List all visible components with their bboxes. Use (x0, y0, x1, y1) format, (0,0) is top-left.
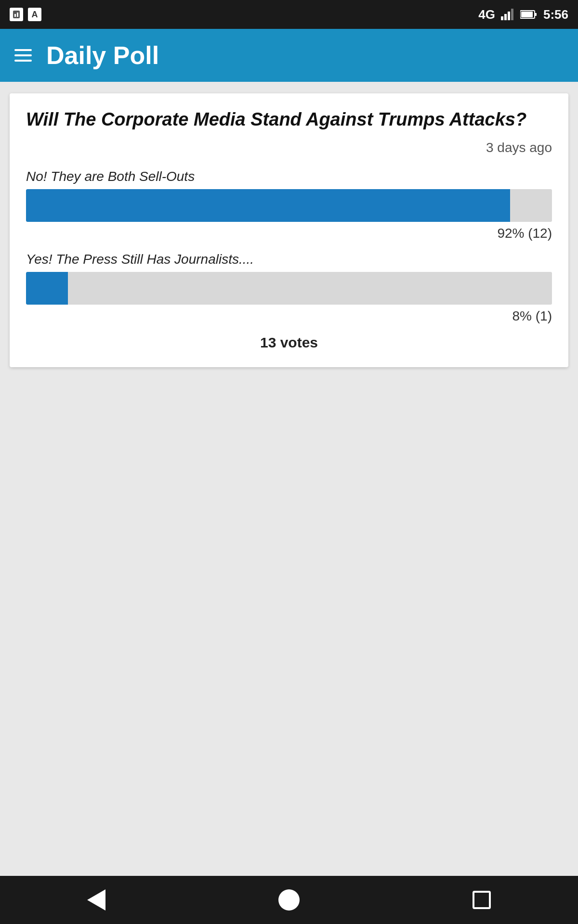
svg-rect-3 (501, 16, 503, 20)
home-button[interactable] (275, 886, 303, 914)
a-icon: A (28, 8, 41, 21)
option-1-bar-fill (26, 189, 510, 222)
status-bar-left: A (10, 8, 41, 21)
svg-rect-8 (535, 13, 537, 16)
content-area: Will The Corporate Media Stand Against T… (0, 82, 578, 876)
option-1-percent: 92% (12) (26, 226, 552, 241)
total-votes: 13 votes (26, 334, 552, 351)
time-display: 5:56 (543, 7, 568, 22)
back-button[interactable] (82, 886, 111, 914)
status-bar-right: 4G 5:56 (478, 7, 568, 22)
poll-question: Will The Corporate Media Stand Against T… (26, 108, 552, 131)
sim-icon (10, 8, 23, 21)
option-1-bar-container (26, 189, 552, 222)
option-1-label: No! They are Both Sell-Outs (26, 169, 552, 184)
poll-card: Will The Corporate Media Stand Against T… (10, 93, 568, 367)
hamburger-menu-icon[interactable] (14, 49, 32, 62)
option-2-label: Yes! The Press Still Has Journalists.... (26, 252, 552, 267)
svg-rect-2 (17, 13, 18, 17)
signal-icon (501, 9, 514, 20)
battery-icon (520, 9, 538, 20)
option-2-bar-container (26, 272, 552, 305)
home-icon (278, 889, 300, 911)
svg-rect-6 (511, 9, 513, 20)
back-icon (87, 889, 105, 911)
network-label: 4G (478, 7, 495, 22)
svg-rect-5 (508, 12, 510, 20)
status-bar: A 4G 5:56 (0, 0, 578, 29)
svg-rect-1 (14, 14, 16, 17)
recents-button[interactable] (467, 886, 496, 914)
app-bar: Daily Poll (0, 29, 578, 82)
recents-icon (473, 891, 491, 909)
svg-rect-9 (521, 12, 533, 17)
svg-rect-0 (13, 11, 20, 18)
nav-bar (0, 876, 578, 924)
option-2-bar-fill (26, 272, 68, 305)
option-2-percent: 8% (1) (26, 308, 552, 324)
poll-timestamp: 3 days ago (26, 140, 552, 155)
svg-rect-4 (504, 14, 507, 20)
app-title: Daily Poll (46, 41, 159, 70)
